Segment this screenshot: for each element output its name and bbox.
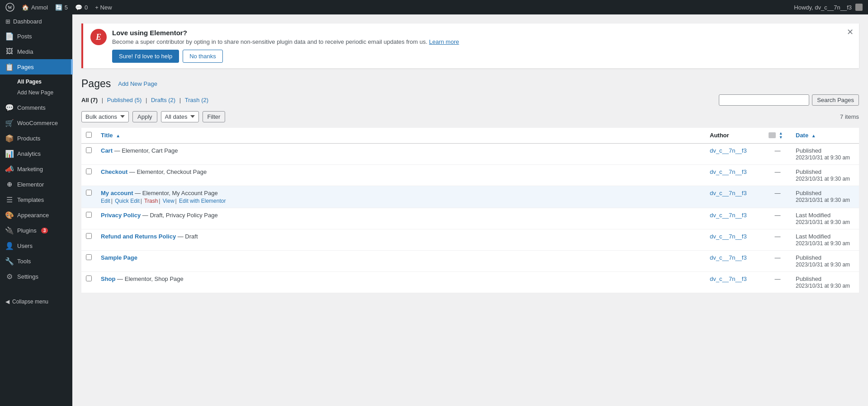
sidebar-media-label: Media bbox=[17, 48, 33, 55]
page-title-link[interactable]: Cart bbox=[101, 147, 113, 154]
page-title-link[interactable]: My account bbox=[101, 190, 133, 196]
sidebar-item-comments[interactable]: 💬 Comments bbox=[0, 100, 72, 115]
sidebar-item-plugins[interactable]: 🔌 Plugins 3 bbox=[0, 223, 72, 238]
sidebar-add-new-page[interactable]: Add New Page bbox=[0, 87, 72, 98]
author-link[interactable]: dv_c__7n__f3 bbox=[710, 212, 747, 219]
search-pages-button[interactable]: Search Pages bbox=[812, 94, 859, 106]
table-body: Cart — Elementor, Cart Page dv_c__7n__f3… bbox=[81, 143, 859, 293]
sidebar-item-marketing[interactable]: 📣 Marketing bbox=[0, 161, 72, 177]
row-checkbox[interactable] bbox=[86, 147, 92, 153]
filter-button[interactable]: Filter bbox=[203, 111, 226, 122]
row-checkbox[interactable] bbox=[86, 168, 92, 174]
edit-elementor-link[interactable]: Edit with Elementor bbox=[179, 198, 226, 204]
sidebar-item-media[interactable]: 🖼 Media bbox=[0, 44, 72, 59]
notice-learn-more-link[interactable]: Learn more bbox=[429, 38, 459, 45]
sidebar-item-elementor[interactable]: ⊕ Elementor bbox=[0, 177, 72, 192]
row-checkbox[interactable] bbox=[86, 233, 92, 239]
admin-bar-wp-logo[interactable]: W bbox=[5, 3, 14, 12]
comments-column-header[interactable]: ▲▼ bbox=[764, 128, 791, 144]
admin-bar-howdy: Howdy, dv_c__7n__f3 bbox=[794, 4, 852, 11]
author-link[interactable]: dv_c__7n__f3 bbox=[710, 168, 747, 175]
select-all-checkbox[interactable] bbox=[86, 132, 92, 138]
date-sub: 2023/10/31 at 9:30 am bbox=[796, 176, 850, 182]
row-date-cell: Published 2023/10/31 at 9:30 am bbox=[791, 143, 859, 164]
page-title-link[interactable]: Checkout bbox=[101, 168, 127, 175]
sidebar-appearance-label: Appearance bbox=[17, 212, 49, 219]
edit-link[interactable]: Edit bbox=[101, 198, 110, 204]
row-title-cell: Privacy Policy — Draft, Privacy Policy P… bbox=[96, 208, 705, 229]
trash-link[interactable]: Trash bbox=[144, 198, 158, 204]
author-link[interactable]: dv_c__7n__f3 bbox=[710, 190, 747, 196]
page-title-link[interactable]: Sample Page bbox=[101, 254, 137, 261]
title-column-header[interactable]: Title ▲ bbox=[96, 128, 705, 144]
sidebar-pages-label: Pages bbox=[17, 64, 34, 70]
row-checkbox-cell bbox=[81, 250, 96, 271]
row-title-cell: Shop — Elementor, Shop Page bbox=[96, 271, 705, 293]
row-author-cell: dv_c__7n__f3 bbox=[705, 208, 764, 229]
admin-bar-site[interactable]: 🏠 Anmol bbox=[22, 4, 48, 11]
row-comments-cell: — bbox=[764, 271, 791, 293]
sidebar-all-pages[interactable]: All Pages bbox=[0, 76, 72, 87]
admin-bar-comments[interactable]: 💬 0 bbox=[75, 4, 88, 11]
sidebar-item-posts[interactable]: 📄 Posts bbox=[0, 28, 72, 44]
row-checkbox[interactable] bbox=[86, 275, 92, 281]
sidebar-item-settings[interactable]: ⚙ Settings bbox=[0, 269, 72, 284]
author-column-header: Author bbox=[705, 128, 764, 144]
sidebar-item-woocommerce[interactable]: 🛒 WooCommerce bbox=[0, 115, 72, 131]
sidebar-item-analytics[interactable]: 📊 Analytics bbox=[0, 146, 72, 161]
notice-accept-button[interactable]: Sure! I'd love to help bbox=[112, 50, 179, 63]
date-status: Last Modified bbox=[796, 233, 830, 240]
sidebar-item-templates[interactable]: ☰ Templates bbox=[0, 192, 72, 207]
author-link[interactable]: dv_c__7n__f3 bbox=[710, 233, 747, 240]
notice-decline-button[interactable]: No thanks bbox=[183, 50, 223, 63]
add-new-page-link[interactable]: Add New Page bbox=[118, 80, 157, 87]
quick-edit-link[interactable]: Quick Edit bbox=[115, 198, 140, 204]
search-pages-input[interactable] bbox=[719, 94, 809, 106]
date-sub: 2023/10/31 at 9:30 am bbox=[796, 261, 850, 268]
admin-bar-new[interactable]: + New bbox=[95, 4, 112, 11]
all-dates-select[interactable]: All dates bbox=[161, 111, 199, 122]
admin-bar-update-count: 5 bbox=[65, 4, 68, 11]
sidebar-item-products[interactable]: 📦 Products bbox=[0, 131, 72, 146]
sidebar-item-users[interactable]: 👤 Users bbox=[0, 238, 72, 253]
row-checkbox[interactable] bbox=[86, 190, 92, 196]
row-checkbox[interactable] bbox=[86, 212, 92, 218]
main-content: E Love using Elementor? Become a super c… bbox=[72, 14, 868, 406]
filter-drafts[interactable]: Drafts (2) bbox=[151, 97, 175, 103]
page-title-link[interactable]: Refund and Returns Policy bbox=[101, 233, 176, 240]
elementor-icon: ⊕ bbox=[5, 180, 14, 188]
admin-bar-avatar[interactable] bbox=[855, 4, 863, 11]
notice-desc-text: Become a super contributor by opting in … bbox=[112, 38, 427, 45]
collapse-menu-icon: ◀ bbox=[5, 299, 9, 305]
admin-bar-updates[interactable]: 🔄 5 bbox=[55, 4, 68, 11]
plugins-badge: 3 bbox=[41, 228, 48, 233]
select-all-header[interactable] bbox=[81, 128, 96, 144]
author-link[interactable]: dv_c__7n__f3 bbox=[710, 275, 747, 282]
filter-trash[interactable]: Trash (2) bbox=[185, 97, 208, 103]
collapse-menu-button[interactable]: ◀ Collapse menu bbox=[0, 293, 72, 310]
author-link[interactable]: dv_c__7n__f3 bbox=[710, 254, 747, 261]
date-column-header[interactable]: Date ▲ bbox=[791, 128, 859, 144]
bulk-actions-select[interactable]: Bulk actions bbox=[81, 111, 129, 122]
author-link[interactable]: dv_c__7n__f3 bbox=[710, 147, 747, 154]
apply-button[interactable]: Apply bbox=[132, 111, 157, 122]
sidebar-item-dashboard[interactable]: ⊞ Dashboard bbox=[0, 14, 72, 28]
admin-bar-right: Howdy, dv_c__7n__f3 bbox=[794, 4, 863, 11]
notice-close-button[interactable]: ✕ bbox=[847, 28, 854, 36]
page-header: Pages Add New Page bbox=[81, 77, 859, 91]
filter-published[interactable]: Published (5) bbox=[107, 97, 142, 103]
sidebar-tools-label: Tools bbox=[17, 258, 31, 265]
sidebar-item-tools[interactable]: 🔧 Tools bbox=[0, 253, 72, 269]
admin-bar: W 🏠 Anmol 🔄 5 💬 0 + New Howdy, dv_c__7n_… bbox=[0, 0, 868, 14]
comment-value: — bbox=[775, 168, 781, 175]
row-date-cell: Published 2023/10/31 at 9:30 am bbox=[791, 164, 859, 186]
page-title-link[interactable]: Privacy Policy bbox=[101, 212, 141, 219]
sidebar-item-appearance[interactable]: 🎨 Appearance bbox=[0, 207, 72, 223]
filter-all[interactable]: All (7) bbox=[81, 97, 98, 103]
view-link[interactable]: View bbox=[163, 198, 175, 204]
date-status: Published bbox=[796, 168, 821, 175]
sidebar-item-pages[interactable]: 📋 Pages bbox=[0, 59, 72, 75]
sidebar-comments-label: Comments bbox=[17, 104, 46, 111]
row-checkbox[interactable] bbox=[86, 254, 92, 260]
page-title-link[interactable]: Shop bbox=[101, 275, 116, 282]
